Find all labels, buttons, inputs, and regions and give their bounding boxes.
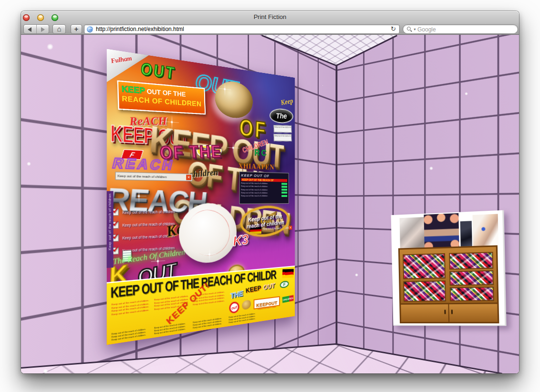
search-dropdown-icon[interactable]: ▼ [413, 28, 416, 31]
logo-the: THE [230, 289, 243, 300]
door-handle [444, 309, 446, 314]
children-badge: CHILDREN [282, 295, 294, 303]
poster-side-strip: Keep out of the reach of children [107, 191, 114, 268]
the-blob-logo: The [269, 108, 293, 124]
address-bar[interactable]: ↻ [84, 24, 400, 34]
cabinet-body [398, 245, 499, 324]
poster-artwork[interactable]: Fulham OUT CHILDREN KEEP OUT OF REACH OF… [107, 49, 295, 345]
terminal-panel: KEEP OUT OF KEEP OUT OF THE REACH OF Kee… [239, 171, 289, 204]
door-handle [451, 309, 453, 314]
german-flag [282, 269, 294, 278]
gold-blob [242, 300, 251, 310]
white-sphere [179, 203, 237, 265]
add-bookmark-button[interactable]: + [71, 24, 82, 34]
logo-keep: KEEP [245, 284, 261, 294]
cabinet-doors [401, 302, 498, 322]
mini-label: Keep out of the reach of children. Keep … [273, 125, 291, 133]
sparkle-icon [232, 146, 234, 149]
sparkle-icon [355, 273, 358, 277]
cjk-of-text: OF [239, 114, 268, 144]
search-input[interactable] [417, 25, 513, 33]
sparkle-icon [465, 92, 468, 95]
segment-divider [36, 25, 37, 33]
collage-image-dark [460, 221, 472, 250]
home-button[interactable]: ⌂ [52, 24, 66, 34]
xhiaapen-text: XHIAAPEN [239, 162, 274, 172]
terminal-row: Keep out of the reach of children [241, 195, 287, 198]
globe-favicon-icon [87, 26, 93, 32]
url-input[interactable] [96, 25, 382, 33]
sparkle-icon [170, 121, 173, 124]
search-field[interactable]: ▼ [403, 24, 518, 34]
sparkle-icon [429, 166, 433, 170]
dialog-text: Keep out of the reach of children [117, 174, 166, 178]
plus-icon: + [74, 25, 79, 33]
reach-outline-text: REACH [111, 155, 176, 173]
sparkle-icon [43, 369, 48, 373]
gold-sphere [215, 79, 253, 120]
corner-edge [336, 65, 337, 344]
cabinet-artwork[interactable] [391, 210, 507, 326]
browser-window: Print Fiction ⌂ + ↻ ▼ [21, 11, 519, 373]
k3-text: K3 [232, 232, 249, 249]
glass-pane [449, 252, 493, 269]
window-title: Print Fiction [21, 11, 519, 23]
glass-pane [403, 253, 446, 279]
title-bar[interactable]: Print Fiction [21, 11, 519, 23]
collage-image-pale-faces [400, 217, 426, 251]
pixel-out-text: OUT [140, 59, 177, 83]
f-oval-logo: F [280, 280, 289, 289]
forward-button[interactable] [41, 27, 45, 32]
cjk-rc-text: RC [254, 148, 268, 158]
out-roundel-logo: out [228, 300, 240, 314]
sparkle-icon [137, 195, 140, 197]
keep-cursive-text: Keep [280, 97, 294, 107]
glass-pane [450, 287, 494, 301]
warning-box: KEEPOUT OF THE REACH OF CHILDREN [117, 80, 206, 114]
logo-out: OUT [263, 282, 275, 291]
keepout-box-logo: KEEPOUT Keep out of the reach of childre… [254, 296, 280, 309]
collage-image-makeup-face [472, 214, 498, 249]
glass-pane [403, 280, 446, 301]
search-icon [407, 27, 411, 31]
sparkle-icon [224, 88, 226, 91]
close-icon: ✕ [186, 175, 191, 180]
back-forward-control [23, 24, 49, 34]
close-icon: ✕ [289, 226, 292, 229]
dialog-strip: Keep out of the reach of children ✕ [115, 172, 192, 181]
back-button[interactable] [28, 27, 31, 32]
sparkle-icon [27, 162, 31, 166]
sparkle-icon [47, 43, 53, 50]
reload-icon[interactable]: ↻ [391, 25, 396, 32]
home-icon: ⌂ [57, 25, 61, 33]
page-viewport: Fulham OUT CHILDREN KEEP OUT OF REACH OF… [21, 35, 519, 373]
glass-pane [449, 270, 494, 286]
browser-toolbar: ⌂ + ↻ ▼ [21, 23, 519, 35]
warning-keep: KEEP [121, 83, 145, 95]
